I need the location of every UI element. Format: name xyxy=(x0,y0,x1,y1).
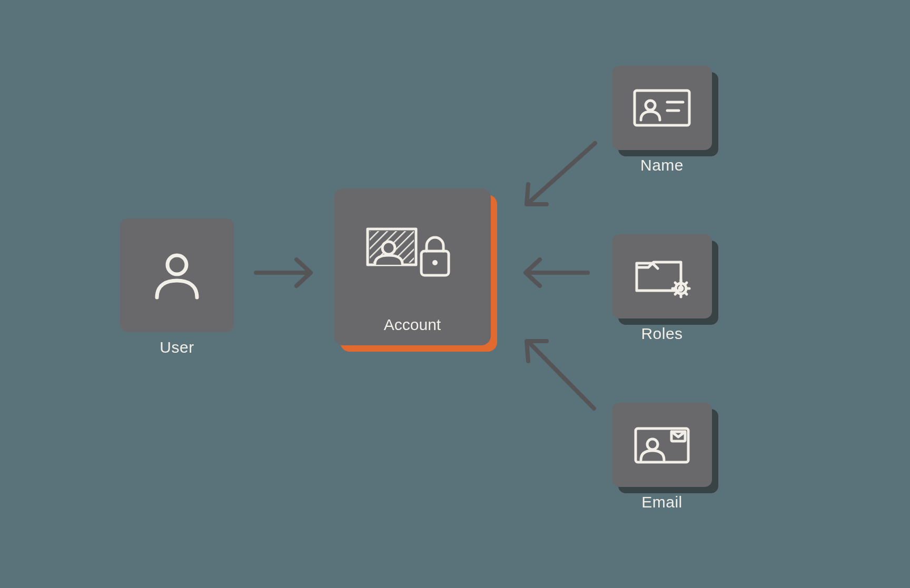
svg-point-28 xyxy=(647,439,658,450)
node-account: Account xyxy=(334,188,491,345)
id-card-icon xyxy=(630,84,694,132)
arrow-name-to-account xyxy=(527,143,595,204)
label-roles: Roles xyxy=(641,325,682,343)
tile-name xyxy=(612,66,712,150)
svg-line-25 xyxy=(675,292,677,294)
label-email: Email xyxy=(641,493,682,511)
node-roles: Roles xyxy=(612,234,712,318)
arrow-email-to-account xyxy=(527,341,594,408)
svg-point-14 xyxy=(646,101,655,110)
tile-user xyxy=(120,218,234,332)
user-icon xyxy=(145,244,209,307)
svg-point-12 xyxy=(432,260,438,265)
tile-email xyxy=(612,403,712,487)
arrow-roles-to-account xyxy=(526,260,588,286)
svg-line-23 xyxy=(675,283,677,285)
account-lock-icon xyxy=(362,220,462,298)
svg-point-4 xyxy=(167,255,186,274)
diagram-stage: User xyxy=(0,0,910,588)
arrow-user-to-account xyxy=(256,260,311,286)
svg-line-2 xyxy=(529,143,595,203)
svg-rect-13 xyxy=(635,91,689,125)
svg-line-24 xyxy=(685,292,687,294)
tile-account: Account xyxy=(334,188,491,345)
svg-line-26 xyxy=(685,283,687,285)
tile-roles xyxy=(612,234,712,318)
node-name: Name xyxy=(612,66,712,150)
node-user: User xyxy=(120,218,234,332)
email-card-icon xyxy=(630,421,694,469)
label-account: Account xyxy=(384,316,441,334)
folder-gear-icon xyxy=(630,252,694,302)
node-email: Email xyxy=(612,403,712,487)
svg-rect-27 xyxy=(636,428,688,462)
label-user: User xyxy=(160,338,194,356)
svg-line-3 xyxy=(529,342,594,408)
label-name: Name xyxy=(640,156,684,174)
